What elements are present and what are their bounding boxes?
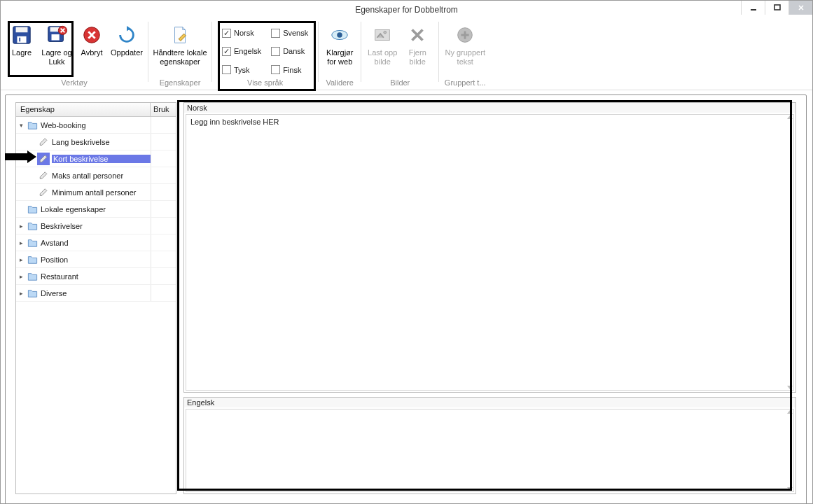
floppy-icon [10, 23, 34, 47]
pencil-icon [37, 136, 50, 148]
checkbox-icon [222, 47, 231, 56]
folder-icon [26, 270, 39, 283]
new-grouped-text-button: Ny gruppert tekst [443, 22, 487, 78]
collapse-icon[interactable]: ▾ [16, 122, 26, 129]
title-bar: Egenskaper for Dobbeltrom [1, 1, 812, 19]
tree-node-diverse[interactable]: ▸ Diverse [16, 285, 176, 302]
editor-norsk-textarea[interactable]: Legg inn beskrivelse HER [184, 113, 795, 392]
svg-rect-5 [19, 38, 20, 42]
folder-icon [26, 287, 39, 300]
tree-node-lokale[interactable]: Lokale egenskaper [16, 201, 176, 218]
folder-icon [26, 237, 39, 249]
cancel-icon [80, 23, 104, 47]
svg-rect-13 [375, 30, 390, 41]
ribbon-group-bilder: Last opp bilde Fjern bilde Bilder [363, 22, 437, 90]
editor-engelsk-label: Engelsk [184, 398, 795, 407]
upload-image-icon [370, 23, 394, 47]
tree-node-avstand[interactable]: ▸ Avstand [16, 234, 176, 251]
save-button[interactable]: Lagre [5, 22, 39, 78]
editor-engelsk-textarea[interactable] [184, 407, 795, 494]
close-button[interactable] [788, 1, 812, 15]
folder-icon [26, 220, 39, 232]
ribbon-group-languages: Norsk Svensk Engelsk Dansk Tysk Finsk Vi… [214, 22, 317, 90]
expand-icon[interactable]: ▸ [16, 290, 26, 297]
refresh-icon [115, 23, 139, 47]
eye-icon [328, 23, 352, 47]
prepare-web-button[interactable]: Klargjør for web [323, 22, 356, 78]
editor-norsk-label: Norsk [184, 103, 795, 113]
svg-rect-8 [52, 34, 60, 40]
maximize-button[interactable] [765, 1, 788, 15]
svg-rect-1 [774, 5, 780, 10]
lang-norsk-checkbox[interactable]: Norsk [222, 26, 261, 40]
ribbon-group-validere: Klargjør for web Validere [320, 22, 359, 90]
update-button[interactable]: Oppdater [110, 22, 144, 78]
svg-point-14 [384, 31, 387, 34]
ribbon: Lagre Lagre og Lukk Avbryt Oppdater Verk… [1, 19, 812, 90]
expand-icon[interactable]: ▸ [16, 256, 26, 263]
tree-header-use: Bruk [151, 103, 176, 116]
ribbon-group-egenskaper: Håndtere lokale egenskaper Egenskaper [150, 22, 210, 90]
tree-node-beskrivelser[interactable]: ▸ Beskrivelser [16, 218, 176, 234]
lang-finsk-checkbox[interactable]: Finsk [271, 63, 308, 77]
ribbon-group-gruppert: Ny gruppert tekst Gruppert t... [440, 22, 489, 90]
checkbox-icon [271, 65, 280, 74]
cancel-button[interactable]: Avbryt [75, 22, 109, 78]
tree-leaf-kort-beskrivelse[interactable]: Kort beskrivelse [16, 150, 176, 167]
minimize-button[interactable] [741, 1, 765, 15]
lang-dansk-checkbox[interactable]: Dansk [271, 44, 308, 58]
checkbox-icon [222, 29, 231, 38]
tree-header-property: Egenskap [16, 103, 151, 116]
lang-engelsk-checkbox[interactable]: Engelsk [222, 44, 261, 58]
editor-engelsk: Engelsk [183, 397, 796, 495]
folder-icon [26, 119, 39, 132]
remove-icon [405, 23, 429, 47]
tree-node-web-booking[interactable]: ▾ Web-booking [16, 117, 176, 134]
expand-icon[interactable]: ▸ [16, 239, 26, 246]
tree-leaf-maks-personer[interactable]: Maks antall personer [16, 167, 176, 184]
expand-icon[interactable]: ▸ [16, 223, 26, 230]
tree-node-position[interactable]: ▸ Position [16, 251, 176, 268]
pencil-icon [37, 169, 50, 182]
tree-node-restaurant[interactable]: ▸ Restaurant [16, 268, 176, 285]
add-icon [453, 23, 477, 47]
upload-image-button: Last opp bilde [366, 22, 399, 78]
checkbox-icon [271, 47, 280, 56]
property-tree: Egenskap Bruk ▾ Web-booking Lang beskriv… [15, 102, 176, 494]
remove-image-button: Fjern bilde [401, 22, 434, 78]
document-edit-icon [168, 23, 192, 47]
pencil-icon [37, 186, 50, 199]
scroll-indicator [787, 410, 793, 491]
folder-icon [26, 203, 39, 216]
manage-local-button[interactable]: Håndtere lokale egenskaper [153, 22, 207, 78]
pencil-icon [37, 153, 50, 165]
svg-rect-0 [751, 9, 756, 10]
tree-leaf-min-personer[interactable]: Minimum antall personer [16, 184, 176, 201]
folder-icon [26, 253, 39, 266]
window-title: Egenskaper for Dobbeltrom [355, 5, 458, 15]
svg-rect-3 [16, 27, 28, 33]
svg-point-12 [337, 32, 342, 38]
lang-svensk-checkbox[interactable]: Svensk [271, 26, 308, 40]
svg-rect-4 [17, 36, 26, 43]
expand-icon[interactable]: ▸ [16, 273, 26, 280]
ribbon-group-verktoy: Lagre Lagre og Lukk Avbryt Oppdater Verk… [2, 22, 146, 90]
checkbox-icon [271, 29, 280, 38]
scroll-indicator [787, 115, 793, 389]
tree-leaf-lang-beskrivelse[interactable]: Lang beskrivelse [16, 134, 176, 150]
save-close-button[interactable]: Lagre og Lukk [40, 22, 74, 78]
editor-norsk: Norsk Legg inn beskrivelse HER [183, 102, 796, 393]
checkbox-icon [222, 65, 231, 74]
lang-tysk-checkbox[interactable]: Tysk [222, 63, 261, 77]
floppy-close-icon [45, 23, 69, 47]
